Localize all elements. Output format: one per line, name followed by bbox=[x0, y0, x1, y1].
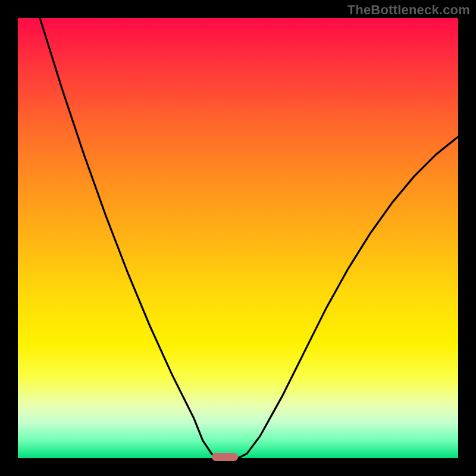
minimum-marker bbox=[212, 453, 238, 461]
left-curve bbox=[40, 18, 216, 458]
chart-frame: TheBottleneck.com bbox=[0, 0, 476, 476]
watermark-text: TheBottleneck.com bbox=[347, 2, 470, 18]
right-curve bbox=[238, 137, 458, 458]
curve-layer bbox=[18, 18, 458, 458]
